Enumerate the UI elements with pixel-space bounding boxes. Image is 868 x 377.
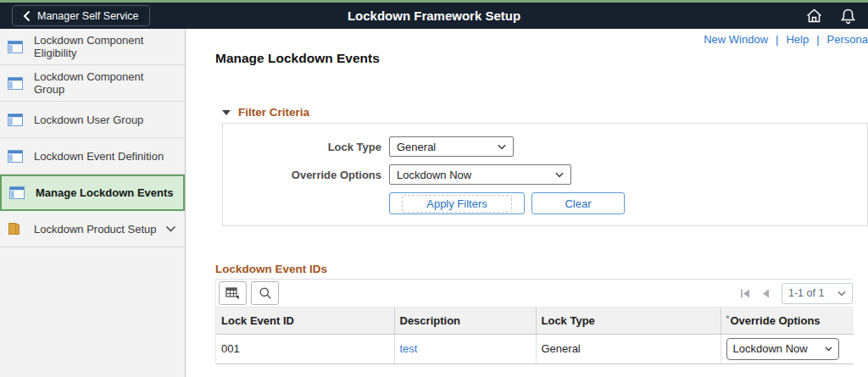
sidebar-item-label: Lockdown Component Group xyxy=(34,70,176,96)
clear-button[interactable]: Clear xyxy=(531,192,625,214)
main-content: New Window | Help | Persona Manage Lockd… xyxy=(186,29,868,377)
pagination-range-value: 1-1 of 1 xyxy=(788,287,824,299)
cell-override-options: Lockdown Now xyxy=(721,334,854,363)
sidebar-item-lockdown-user-group[interactable]: Lockdown User Group xyxy=(0,102,185,138)
override-options-selected-value: Lockdown Now xyxy=(397,169,471,181)
sidebar-item-lockdown-component-eligibility[interactable]: Lockdown Component Eligibility xyxy=(0,29,185,65)
row-override-selected-value: Lockdown Now xyxy=(733,342,808,355)
table-header-row: Lock Event ID Description Lock Type *Ove… xyxy=(216,308,854,334)
cell-lock-event-id: 001 xyxy=(216,334,394,363)
folder-icon xyxy=(8,222,23,236)
home-icon[interactable] xyxy=(805,8,823,24)
override-options-select[interactable]: Lockdown Now xyxy=(389,164,571,185)
grid-pagination: 1-1 of 1 xyxy=(740,283,853,304)
filter-criteria-panel: Lock Type General Override Options Lockd… xyxy=(222,123,868,226)
lock-type-selected-value: General xyxy=(397,141,436,153)
column-header-override-options: *Override Options xyxy=(721,308,854,334)
new-window-link[interactable]: New Window xyxy=(704,33,768,46)
link-separator: | xyxy=(816,33,819,46)
chevron-down-icon xyxy=(837,291,846,297)
component-window-icon xyxy=(8,77,23,90)
grid-toolbar: 1-1 of 1 xyxy=(216,280,853,308)
back-chevron-icon xyxy=(23,10,31,22)
page-title: Manage Lockdown Events xyxy=(215,51,868,66)
collapse-triangle-icon xyxy=(222,110,231,115)
sidebar-item-label: Lockdown User Group xyxy=(34,114,176,126)
grid-action-menu-button[interactable] xyxy=(219,281,247,305)
component-window-icon xyxy=(9,186,25,199)
filter-criteria-toggle[interactable]: Filter Criteria xyxy=(222,106,868,119)
app-header: Manager Self Service Lockdown Framework … xyxy=(0,3,868,29)
required-field-marker: * xyxy=(726,314,730,324)
component-window-icon xyxy=(8,41,23,53)
chevron-down-icon xyxy=(555,172,564,178)
chevron-down-icon xyxy=(498,144,506,150)
grid-container: 1-1 of 1 Lock Event ID Description Lock … xyxy=(215,279,853,364)
filter-criteria-title: Filter Criteria xyxy=(238,106,309,119)
column-header-lock-type: Lock Type xyxy=(536,308,721,334)
sidebar-item-lockdown-component-group[interactable]: Lockdown Component Group xyxy=(0,65,185,102)
sidebar-item-label: Lockdown Component Eligibility xyxy=(34,34,176,59)
component-window-icon xyxy=(8,114,23,126)
chevron-down-icon[interactable] xyxy=(165,225,176,232)
help-link[interactable]: Help xyxy=(786,33,809,46)
row-override-options-select[interactable]: Lockdown Now xyxy=(726,338,839,360)
lockdown-events-table: Lock Event ID Description Lock Type *Ove… xyxy=(216,308,854,364)
cell-description: test xyxy=(394,334,536,363)
sidebar-item-label: Lockdown Event Definition xyxy=(34,150,176,163)
grid-search-button[interactable] xyxy=(251,281,279,305)
column-header-lock-event-id: Lock Event ID xyxy=(216,308,394,334)
description-link[interactable]: test xyxy=(400,342,418,355)
sidebar-item-lockdown-product-setup[interactable]: Lockdown Product Setup xyxy=(0,211,185,247)
previous-page-icon[interactable] xyxy=(762,289,770,298)
apply-filters-label: Apply Filters xyxy=(402,195,512,213)
sidebar-item-label: Lockdown Product Setup xyxy=(34,223,165,236)
grid-action-menu-icon xyxy=(225,287,240,300)
component-window-icon xyxy=(8,150,23,163)
notifications-bell-icon[interactable] xyxy=(840,8,856,25)
chevron-down-icon xyxy=(825,347,832,352)
back-button[interactable]: Manager Self Service xyxy=(12,5,150,26)
utility-links: New Window | Help | Persona xyxy=(215,31,868,47)
cell-lock-type: General xyxy=(536,334,721,363)
back-button-label: Manager Self Service xyxy=(37,10,139,22)
override-options-label: Override Options xyxy=(223,169,381,181)
personalize-link[interactable]: Persona xyxy=(827,33,868,46)
sidebar-item-label: Manage Lockdown Events xyxy=(36,186,175,199)
apply-filters-button[interactable]: Apply Filters xyxy=(389,192,525,214)
sidebar: Lockdown Component Eligibility Lockdown … xyxy=(0,29,186,377)
sidebar-item-lockdown-event-definition[interactable]: Lockdown Event Definition xyxy=(0,138,185,175)
sidebar-item-manage-lockdown-events[interactable]: Manage Lockdown Events xyxy=(0,175,185,211)
lock-type-label: Lock Type xyxy=(223,141,381,153)
search-icon xyxy=(259,286,272,300)
link-separator: | xyxy=(776,33,778,46)
pagination-range-select[interactable]: 1-1 of 1 xyxy=(782,283,853,304)
first-page-icon[interactable] xyxy=(740,289,750,298)
filter-criteria-section: Filter Criteria Lock Type General Overri… xyxy=(222,106,868,226)
column-header-description: Description xyxy=(394,308,536,334)
table-row: 001 test General Lockdown Now xyxy=(216,334,854,363)
grid-section-title: Lockdown Event IDs xyxy=(215,263,868,275)
lockdown-event-ids-section: Lockdown Event IDs xyxy=(215,263,868,364)
lock-type-select[interactable]: General xyxy=(389,136,514,157)
clear-label: Clear xyxy=(565,197,591,210)
